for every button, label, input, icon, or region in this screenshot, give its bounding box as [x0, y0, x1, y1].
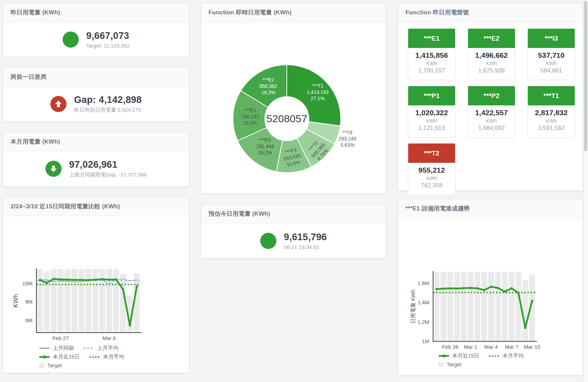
x-tick-label: Mar 1 — [464, 344, 477, 350]
target-bar[interactable] — [106, 269, 112, 333]
light-tile-value: 1,415,856 — [408, 51, 455, 60]
target-bar[interactable] — [37, 269, 43, 333]
realtime-donut-chart[interactable]: ***T11,413,18327.1%***I3293,1495.63%***T… — [201, 22, 386, 192]
y-tick-label: 10M — [22, 280, 33, 286]
series-point[interactable] — [483, 289, 485, 291]
series-point[interactable] — [46, 282, 48, 284]
series-point[interactable] — [129, 324, 131, 326]
stat-timestamp: 06-21 15:34:41 — [284, 244, 327, 250]
light-tile: ***P21,422,557KWh1,684,092 — [468, 86, 515, 138]
legend-item[interactable]: Target — [439, 361, 461, 367]
legend-item[interactable]: 本月近15日 — [39, 354, 80, 360]
series-point[interactable] — [504, 290, 506, 292]
light-tile: ***T12,817,832KWh3,591,562 — [527, 86, 575, 138]
series-point[interactable] — [449, 287, 451, 289]
series-point[interactable] — [52, 278, 55, 280]
series-point[interactable] — [115, 278, 117, 280]
series-point[interactable] — [94, 279, 96, 281]
series-point[interactable] — [524, 327, 526, 329]
target-bar[interactable] — [434, 272, 439, 341]
series-point[interactable] — [59, 278, 62, 280]
panel-day-gap: 與前一日差異 Gap: 4,142,898 昨日與前日用電量 5,524,175 — [3, 67, 189, 122]
target-bar[interactable] — [488, 272, 494, 341]
x-tick-label: Mar 7 — [505, 344, 518, 350]
green-arrow-down-icon — [45, 161, 62, 177]
legend-item[interactable]: 本月近15日 — [439, 353, 479, 359]
light-tile-target: 762,358 — [408, 182, 455, 189]
green-status-circle-icon — [260, 233, 276, 249]
target-bar[interactable] — [495, 272, 501, 341]
target-bar[interactable] — [522, 280, 528, 341]
panel-title: 與前一日差異 — [10, 73, 47, 81]
compare-chart[interactable]: 6M8M10MFeb 27Mar 6KWh上月同期上月平均本月近15日本月平均T… — [3, 216, 189, 368]
target-bar[interactable] — [447, 272, 453, 341]
target-bar[interactable] — [92, 269, 98, 333]
series-point[interactable] — [108, 279, 110, 281]
series-point[interactable] — [490, 286, 492, 288]
series-point[interactable] — [476, 287, 479, 289]
light-tile-unit: KWh — [528, 118, 575, 124]
stat-text: 9,667,073 Target: 11,128,992 — [86, 30, 130, 49]
panel-e1-trend-chart: ***E1 設備用電達成趨勢 1M1.2M1.4M1.6MFeb 26Mar 1… — [398, 199, 583, 375]
series-point[interactable] — [87, 279, 89, 281]
target-bar[interactable] — [475, 272, 480, 341]
target-bar[interactable] — [481, 272, 487, 341]
light-tile-body: 1,415,856KWh1,700,157 — [408, 48, 455, 74]
series-point[interactable] — [80, 279, 83, 281]
target-bar[interactable] — [72, 269, 78, 333]
series-point[interactable] — [66, 278, 69, 280]
stat-text: 97,026,961 上個月同期用電Gap: -17,377,566 — [69, 159, 147, 178]
panel-month-usage: 本月用電量 (KWh) 97,026,961 上個月同期用電Gap: -17,3… — [3, 132, 189, 187]
target-bar[interactable] — [134, 273, 140, 333]
target-bar[interactable] — [85, 269, 91, 333]
light-tile: ***I3537,710KWh584,861 — [527, 28, 575, 80]
series-point[interactable] — [122, 288, 124, 290]
scrollbar[interactable] — [583, 0, 588, 382]
light-tile-label: ***T1 — [528, 86, 575, 105]
stat-subtext: 上個月同期用電Gap: -17,377,566 — [69, 172, 147, 178]
light-tile-target: 3,591,562 — [528, 125, 575, 132]
target-bar[interactable] — [78, 269, 84, 333]
light-tile-target: 1,700,157 — [408, 67, 455, 74]
light-tile-unit: KWh — [408, 175, 455, 181]
light-tiles-grid: ***E11,415,856KWh1,700,157***E21,496,662… — [398, 22, 583, 195]
series-point[interactable] — [463, 287, 465, 289]
target-bar[interactable] — [65, 269, 71, 333]
series-point[interactable] — [469, 287, 472, 289]
target-bar[interactable] — [454, 272, 460, 341]
series-point[interactable] — [101, 278, 103, 280]
light-tile-label: ***E1 — [408, 29, 455, 48]
e1-trend-chart[interactable]: 1M1.2M1.4M1.6MFeb 26Mar 1Mar 4Mar 7Mar 1… — [398, 218, 583, 367]
series-point[interactable] — [517, 292, 519, 294]
series-point[interactable] — [442, 287, 444, 290]
stat-subtext: Target: 11,128,992 — [86, 43, 130, 49]
light-tile-body: 537,710KWh584,861 — [528, 48, 575, 74]
light-tile-target: 1,675,939 — [468, 67, 515, 74]
target-bar[interactable] — [502, 272, 508, 341]
legend-item[interactable]: 本月平均 — [489, 353, 524, 359]
series-point[interactable] — [73, 279, 76, 281]
panel-realtime-donut: Function 即時日用電量 (KWh) ***T11,413,18327.1… — [201, 3, 386, 194]
legend-item[interactable]: 上月同期 — [39, 345, 74, 352]
panel-title: Function 昨日用電燈號 — [405, 8, 469, 16]
series-point[interactable] — [39, 279, 41, 281]
legend-item[interactable]: Target — [39, 362, 62, 368]
series-point[interactable] — [136, 285, 138, 287]
target-bar[interactable] — [440, 272, 446, 341]
scrollbar-thumb[interactable] — [584, 1, 587, 151]
y-axis-label: KWh — [12, 294, 19, 307]
legend-item[interactable]: 本月平均 — [90, 354, 124, 360]
target-bar[interactable] — [509, 272, 514, 341]
donut-slice-label: ***I3293,1495.63% — [339, 130, 356, 148]
panel-header: 與前一日差異 — [3, 68, 189, 86]
target-bar[interactable] — [461, 272, 467, 341]
series-point[interactable] — [456, 287, 458, 290]
legend-item[interactable]: 上月平均 — [84, 345, 118, 352]
series-point[interactable] — [510, 287, 512, 289]
series-point[interactable] — [435, 288, 438, 290]
series-point[interactable] — [497, 287, 499, 289]
panel-title: Function 即時日用電量 (KWh) — [208, 8, 291, 16]
series-point[interactable] — [531, 300, 533, 302]
target-bar[interactable] — [468, 272, 473, 341]
light-tile-value: 1,020,322 — [408, 109, 455, 117]
